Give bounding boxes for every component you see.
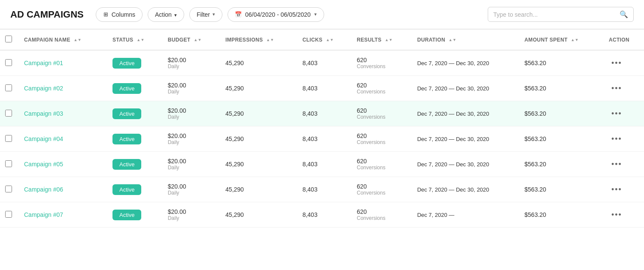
status-badge-7: Active [112, 210, 141, 220]
campaign-link-6[interactable]: Campaign #06 [24, 186, 63, 193]
amount-spent-value-6: $563.20 [525, 186, 547, 193]
row-duration: Dec 7, 2020 — Dec 30, 2020 [412, 152, 519, 177]
row-budget: $20.00 Daily [163, 101, 220, 126]
amount-spent-value-3: $563.20 [525, 110, 547, 117]
row-status: Active [107, 101, 163, 126]
th-duration[interactable]: DURATION ▲▼ [412, 30, 519, 51]
th-clicks-label: CLICKS [302, 37, 322, 43]
date-range-button[interactable]: 📅 06/04/2020 - 06/05/2020 ▾ [228, 7, 324, 22]
row-checkbox-cell [0, 50, 19, 76]
row-campaign-name: Campaign #03 [19, 101, 107, 126]
results-type-5: Conversions [357, 165, 407, 171]
th-campaign-name[interactable]: CAMPAIGN NAME ▲▼ [19, 30, 107, 51]
action-label: Action [155, 11, 172, 18]
budget-period-4: Daily [168, 139, 215, 145]
more-options-button-4[interactable]: ••• [609, 134, 625, 144]
row-checkbox-1[interactable] [5, 59, 12, 66]
th-results[interactable]: RESULTS ▲▼ [352, 30, 412, 51]
duration-value-2: Dec 7, 2020 — Dec 30, 2020 [417, 85, 489, 92]
budget-period-2: Daily [168, 89, 215, 95]
more-options-button-7[interactable]: ••• [609, 210, 625, 220]
clicks-value-2: 8,403 [302, 85, 317, 92]
campaign-link-4[interactable]: Campaign #04 [24, 135, 63, 142]
table-row: Campaign #03 Active $20.00 Daily 45,290 … [0, 101, 644, 126]
status-badge-2: Active [112, 83, 141, 94]
campaign-link-3[interactable]: Campaign #03 [24, 110, 63, 117]
search-icon: 🔍 [620, 10, 628, 18]
row-amount-spent: $563.20 [519, 76, 604, 101]
row-checkbox-5[interactable] [5, 160, 12, 167]
row-amount-spent: $563.20 [519, 50, 604, 76]
row-results: 620 Conversions [352, 177, 412, 202]
row-amount-spent: $563.20 [519, 152, 604, 177]
clicks-value-6: 8,403 [302, 186, 317, 193]
row-action-cell: ••• [604, 101, 644, 126]
more-options-button-5[interactable]: ••• [609, 159, 625, 170]
row-clicks: 8,403 [297, 76, 352, 101]
th-impressions[interactable]: IMPRESSIONS ▲▼ [220, 30, 297, 51]
campaign-link-1[interactable]: Campaign #01 [24, 60, 63, 66]
table-row: Campaign #01 Active $20.00 Daily 45,290 … [0, 50, 644, 76]
action-button[interactable]: Action [148, 7, 184, 22]
row-action-cell: ••• [604, 76, 644, 101]
more-options-button-2[interactable]: ••• [609, 83, 625, 94]
more-options-button-1[interactable]: ••• [609, 58, 625, 69]
th-budget[interactable]: BUDGET ▲▼ [163, 30, 220, 51]
action-chevron-icon [174, 11, 177, 18]
row-duration: Dec 7, 2020 — Dec 30, 2020 [412, 101, 519, 126]
row-checkbox-cell [0, 152, 19, 177]
duration-value-5: Dec 7, 2020 — Dec 30, 2020 [417, 161, 489, 168]
status-badge-3: Active [112, 108, 141, 119]
row-checkbox-3[interactable] [5, 110, 12, 117]
th-clicks[interactable]: CLICKS ▲▼ [297, 30, 352, 51]
clicks-value-5: 8,403 [302, 161, 317, 168]
page-title: AD CAMPAIGNS [10, 9, 84, 20]
more-options-button-3[interactable]: ••• [609, 108, 625, 119]
row-status: Active [107, 202, 163, 228]
results-type-2: Conversions [357, 89, 407, 95]
impressions-value-1: 45,290 [225, 60, 244, 66]
columns-button[interactable]: Columns [96, 7, 143, 22]
row-action-cell: ••• [604, 152, 644, 177]
budget-amount-2: $20.00 [168, 82, 215, 89]
filter-button[interactable]: Filter ▾ [189, 7, 222, 22]
row-impressions: 45,290 [220, 126, 297, 152]
status-sort-icon: ▲▼ [137, 38, 145, 42]
th-status[interactable]: STATUS ▲▼ [107, 30, 163, 51]
row-budget: $20.00 Daily [163, 126, 220, 152]
th-campaign-name-label: CAMPAIGN NAME [24, 37, 70, 43]
impressions-value-4: 45,290 [225, 135, 244, 142]
select-all-checkbox[interactable] [5, 36, 12, 42]
table-container: CAMPAIGN NAME ▲▼ STATUS ▲▼ BUDGET ▲▼ IMP… [0, 29, 644, 228]
budget-period-1: Daily [168, 63, 215, 69]
table-row: Campaign #07 Active $20.00 Daily 45,290 … [0, 202, 644, 228]
row-amount-spent: $563.20 [519, 126, 604, 152]
row-campaign-name: Campaign #01 [19, 50, 107, 76]
row-checkbox-2[interactable] [5, 84, 12, 91]
row-checkbox-6[interactable] [5, 186, 12, 192]
more-options-button-6[interactable]: ••• [609, 184, 625, 195]
row-clicks: 8,403 [297, 126, 352, 152]
clicks-value-4: 8,403 [302, 135, 317, 142]
budget-period-5: Daily [168, 165, 215, 171]
row-results: 620 Conversions [352, 101, 412, 126]
search-input[interactable] [493, 11, 617, 18]
campaign-link-2[interactable]: Campaign #02 [24, 85, 63, 92]
row-budget: $20.00 Daily [163, 177, 220, 202]
results-type-4: Conversions [357, 139, 407, 145]
impressions-value-6: 45,290 [225, 186, 244, 193]
row-budget: $20.00 Daily [163, 76, 220, 101]
row-checkbox-4[interactable] [5, 135, 12, 142]
row-campaign-name: Campaign #06 [19, 177, 107, 202]
date-range-label: 06/04/2020 - 06/05/2020 [245, 11, 311, 18]
campaign-link-5[interactable]: Campaign #05 [24, 161, 63, 168]
row-duration: Dec 7, 2020 — Dec 30, 2020 [412, 50, 519, 76]
row-checkbox-7[interactable] [5, 211, 12, 218]
campaign-link-7[interactable]: Campaign #07 [24, 211, 63, 218]
row-results: 620 Conversions [352, 76, 412, 101]
th-action: ACTION [604, 30, 644, 51]
budget-amount-6: $20.00 [168, 183, 215, 190]
th-amount-spent[interactable]: AMOUNT SPENT ▲▼ [519, 30, 604, 51]
th-action-label: ACTION [609, 37, 629, 43]
row-status: Active [107, 76, 163, 101]
